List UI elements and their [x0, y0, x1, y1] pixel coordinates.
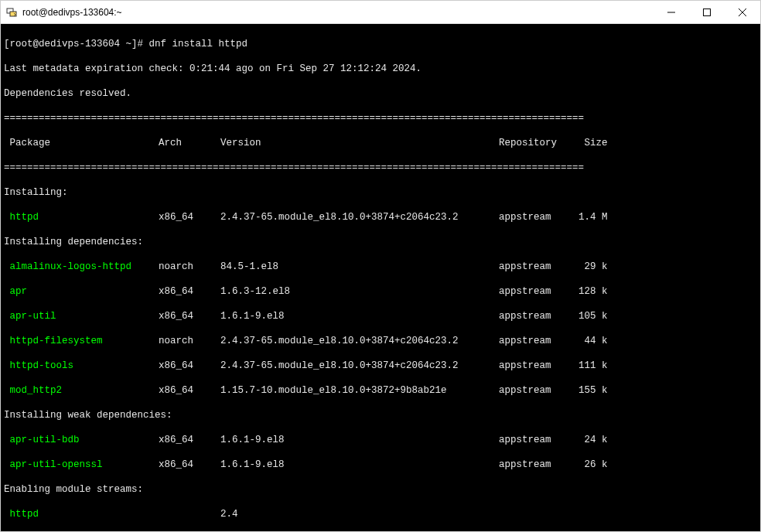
pkg-row: apr-util-bdbx86_641.6.1-9.el8appstream24… — [4, 434, 757, 446]
prompt: [root@dedivps-133604 ~]# — [4, 39, 143, 49]
pkg-size: 128 k — [576, 285, 613, 298]
section-enabling: Enabling module streams: — [4, 483, 757, 496]
pkg-row: httpd-filesystemnoarch2.4.37-65.module_e… — [4, 335, 757, 347]
pkg-repo: appstream — [499, 459, 576, 471]
pkg-ver: 1.6.1-9.el8 — [220, 310, 499, 322]
section-install-weak: Installing weak dependencies: — [4, 409, 757, 421]
pkg-name: httpd — [4, 508, 159, 520]
pkg-arch: x86_64 — [159, 384, 220, 397]
table-header: PackageArchVersionRepositorySize — [4, 137, 757, 149]
svg-rect-1 — [10, 12, 16, 16]
prompt-line: [root@dedivps-133604 ~]# dnf install htt… — [4, 38, 757, 50]
putty-icon — [5, 6, 18, 19]
terminal-output[interactable]: [root@dedivps-133604 ~]# dnf install htt… — [1, 24, 760, 531]
section-install-deps: Installing dependencies: — [4, 236, 757, 248]
rule: ========================================… — [4, 162, 757, 174]
pkg-row: httpdx86_642.4.37-65.module_el8.10.0+387… — [4, 211, 757, 223]
pkg-ver: 1.15.7-10.module_el8.10.0+3872+9b8ab21e — [220, 384, 499, 397]
close-button[interactable] — [725, 1, 760, 23]
close-icon — [739, 9, 746, 16]
pkg-arch: noarch — [159, 261, 220, 273]
pkg-row: httpd2.4 — [4, 508, 757, 520]
pkg-name: apr-util — [4, 310, 159, 322]
pkg-ver: 84.5-1.el8 — [220, 261, 499, 273]
pkg-ver: 1.6.1-9.el8 — [220, 434, 499, 446]
pkg-repo: appstream — [499, 335, 576, 347]
pkg-name: httpd — [4, 211, 159, 223]
pkg-name: httpd-filesystem — [4, 335, 159, 347]
pkg-row: apr-utilx86_641.6.1-9.el8appstream105 k — [4, 310, 757, 322]
pkg-name: mod_http2 — [4, 384, 159, 397]
pkg-arch: x86_64 — [159, 211, 220, 223]
pkg-ver: 2.4.37-65.module_el8.10.0+3874+c2064c23.… — [220, 335, 499, 347]
rule: ========================================… — [4, 112, 757, 124]
pkg-size: 26 k — [576, 459, 613, 471]
hdr-version: Version — [220, 137, 499, 149]
pkg-repo: appstream — [499, 211, 576, 223]
maximize-icon — [703, 9, 711, 16]
maximize-button[interactable] — [689, 1, 725, 23]
pkg-size: 105 k — [576, 310, 613, 322]
pkg-size: 24 k — [576, 434, 613, 446]
pkg-repo: appstream — [499, 384, 576, 397]
pkg-size: 44 k — [576, 335, 613, 347]
hdr-package: Package — [4, 137, 159, 149]
window-title: root@dedivps-133604:~ — [22, 7, 654, 18]
pkg-ver: 1.6.1-9.el8 — [220, 459, 499, 471]
pkg-row: aprx86_641.6.3-12.el8appstream128 k — [4, 285, 757, 298]
pkg-ver: 2.4.37-65.module_el8.10.0+3874+c2064c23.… — [220, 211, 499, 223]
section-installing: Installing: — [4, 186, 757, 199]
pkg-ver: 1.6.3-12.el8 — [220, 285, 499, 298]
titlebar[interactable]: root@dedivps-133604:~ — [1, 1, 760, 24]
minimize-icon — [667, 9, 675, 16]
pkg-arch: x86_64 — [159, 310, 220, 322]
pkg-size: 111 k — [576, 360, 613, 372]
minimize-button[interactable] — [654, 1, 689, 23]
pkg-row: mod_http2x86_641.15.7-10.module_el8.10.0… — [4, 384, 757, 397]
pkg-name: almalinux-logos-httpd — [4, 261, 159, 273]
pkg-arch: noarch — [159, 335, 220, 347]
pkg-repo: appstream — [499, 434, 576, 446]
window-controls — [654, 1, 760, 23]
pkg-arch: x86_64 — [159, 360, 220, 372]
app-window: root@dedivps-133604:~ [root@dedivps-1336… — [0, 0, 761, 532]
meta-line: Last metadata expiration check: 0:21:44 … — [4, 63, 757, 75]
pkg-row: httpd-toolsx86_642.4.37-65.module_el8.10… — [4, 360, 757, 372]
pkg-size: 1.4 M — [576, 211, 613, 223]
deps-line: Dependencies resolved. — [4, 87, 757, 100]
pkg-size: 155 k — [576, 384, 613, 397]
pkg-repo: appstream — [499, 310, 576, 322]
pkg-row: almalinux-logos-httpdnoarch84.5-1.el8app… — [4, 261, 757, 273]
hdr-repo: Repository — [499, 137, 576, 149]
pkg-arch: x86_64 — [159, 434, 220, 446]
pkg-name: apr-util-openssl — [4, 459, 159, 471]
pkg-arch: x86_64 — [159, 459, 220, 471]
command: dnf install httpd — [149, 39, 248, 49]
pkg-ver: 2.4.37-65.module_el8.10.0+3874+c2064c23.… — [220, 360, 499, 372]
svg-rect-3 — [704, 9, 711, 15]
pkg-repo: appstream — [499, 360, 576, 372]
pkg-ver: 2.4 — [220, 508, 499, 520]
pkg-name: apr — [4, 285, 159, 298]
pkg-row: apr-util-opensslx86_641.6.1-9.el8appstre… — [4, 459, 757, 471]
pkg-name: apr-util-bdb — [4, 434, 159, 446]
pkg-arch: x86_64 — [159, 285, 220, 298]
pkg-size: 29 k — [576, 261, 613, 273]
pkg-name: httpd-tools — [4, 360, 159, 372]
hdr-size: Size — [576, 137, 613, 149]
pkg-repo: appstream — [499, 285, 576, 298]
pkg-repo: appstream — [499, 261, 576, 273]
hdr-arch: Arch — [159, 137, 220, 149]
